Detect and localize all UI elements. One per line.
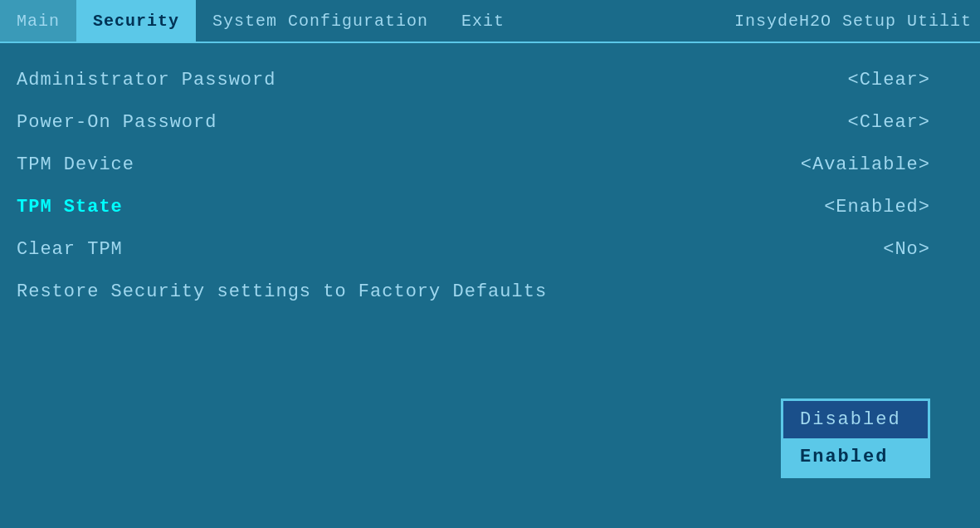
setting-value-tpm-device: <Available> <box>801 154 930 175</box>
setting-value-tpm-state: <Enabled> <box>824 197 930 218</box>
dropdown-option-enabled[interactable]: Enabled <box>783 438 928 476</box>
setting-value-clear-tpm: <No> <box>883 239 930 260</box>
menu-item-exit[interactable]: Exit <box>445 0 521 42</box>
utility-title: InsydeH2O Setup Utilit <box>734 12 972 31</box>
setting-row-clear-tpm[interactable]: Clear TPM <No> <box>17 237 963 262</box>
setting-row-admin-password[interactable]: Administrator Password <Clear> <box>17 68 963 92</box>
menu-item-main[interactable]: Main <box>0 0 76 42</box>
content-area: Administrator Password <Clear> Power-On … <box>0 43 980 528</box>
menu-bar: Main Security System Configuration Exit … <box>0 0 980 43</box>
setting-label-tpm-state: TPM State <box>17 197 123 218</box>
setting-row-tpm-device[interactable]: TPM Device <Available> <box>17 153 963 177</box>
setting-label-admin-password: Administrator Password <box>17 70 275 90</box>
setting-label-clear-tpm: Clear TPM <box>17 239 123 260</box>
dropdown-popup: Disabled Enabled <box>781 398 930 478</box>
menu-item-security[interactable]: Security <box>76 0 196 42</box>
setting-row-restore-security[interactable]: Restore Security settings to Factory Def… <box>17 280 963 304</box>
setting-label-tpm-device: TPM Device <box>17 154 134 175</box>
setting-label-power-on-password: Power-On Password <box>17 112 217 133</box>
menu-item-system-configuration[interactable]: System Configuration <box>196 0 445 42</box>
setting-value-admin-password: <Clear> <box>848 70 930 90</box>
setting-value-power-on-password: <Clear> <box>848 112 930 133</box>
dropdown-option-disabled[interactable]: Disabled <box>783 401 928 438</box>
setting-row-tpm-state[interactable]: TPM State <Enabled> <box>17 195 963 219</box>
setting-row-power-on-password[interactable]: Power-On Password <Clear> <box>17 110 963 134</box>
settings-panel: Administrator Password <Clear> Power-On … <box>0 43 980 528</box>
setting-label-restore-security: Restore Security settings to Factory Def… <box>17 281 547 302</box>
